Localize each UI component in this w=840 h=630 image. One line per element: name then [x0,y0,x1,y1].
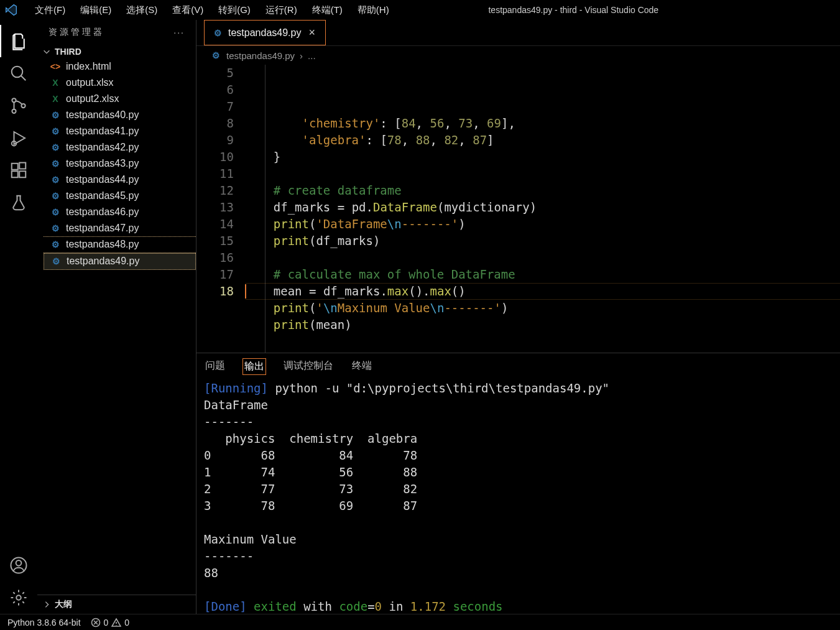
vscode-logo-icon [5,4,17,16]
svg-point-2 [12,109,16,113]
py-icon: ⚙ [50,207,61,217]
py-icon: ⚙ [50,110,61,120]
file-testpandas47.py[interactable]: ⚙testpandas47.py [44,220,196,236]
py-icon: ⚙ [50,159,61,169]
svg-rect-6 [12,171,18,177]
python-icon: ⚙ [212,28,223,38]
panel-tab-调试控制台[interactable]: 调试控制台 [282,358,335,375]
svg-point-10 [16,560,22,566]
status-error-count: 0 [104,618,109,628]
svg-point-3 [21,104,25,108]
activity-scm[interactable] [0,90,37,122]
window-title: testpandas49.py - third - Visual Studio … [399,5,835,15]
menu-终端(T)[interactable]: 终端(T) [305,3,350,16]
file-testpandas49.py[interactable]: ⚙testpandas49.py [44,252,196,270]
sidebar-title: 资源管理器 [48,27,104,38]
file-testpandas41.py[interactable]: ⚙testpandas41.py [44,123,196,139]
file-testpandas44.py[interactable]: ⚙testpandas44.py [44,172,196,188]
python-icon: ⚙ [210,50,221,60]
py-icon: ⚙ [50,223,61,233]
file-output2.xlsx[interactable]: Xoutput2.xlsx [44,91,196,107]
tab-label: testpandas49.py [228,27,301,39]
status-python[interactable]: Python 3.8.6 64-bit [7,618,81,628]
svg-point-0 [12,67,23,78]
menubar: 文件(F)编辑(E)选择(S)查看(V)转到(G)运行(R)终端(T)帮助(H)… [0,0,840,20]
file-testpandas42.py[interactable]: ⚙testpandas42.py [44,139,196,155]
file-testpandas45.py[interactable]: ⚙testpandas45.py [44,188,196,204]
py-icon: ⚙ [50,239,61,249]
xlsx-icon: X [50,94,61,104]
activity-bar [0,20,37,614]
activity-explorer[interactable] [0,25,37,57]
file-label: testpandas48.py [66,239,139,250]
svg-rect-7 [19,171,25,177]
svg-rect-8 [19,163,25,169]
file-label: testpandas45.py [66,190,139,202]
activity-search[interactable] [0,57,37,90]
file-testpandas46.py[interactable]: ⚙testpandas46.py [44,204,196,220]
file-output.xlsx[interactable]: Xoutput.xlsx [44,75,196,91]
breadcrumb[interactable]: ⚙ testpandas49.py › ... [196,46,840,65]
activity-debug[interactable] [0,122,37,154]
code-content[interactable]: 'chemistry': [84, 56, 73, 69], 'algebra'… [245,65,840,353]
file-testpandas40.py[interactable]: ⚙testpandas40.py [44,107,196,123]
output-content[interactable]: [Running] python -u "d:\pyprojects\third… [196,378,840,614]
menu-运行(R)[interactable]: 运行(R) [258,3,305,16]
breadcrumb-rest: ... [308,50,316,61]
outline-section[interactable]: 大纲 [37,595,196,614]
file-label: output2.xlsx [66,93,119,104]
file-index.html[interactable]: <>index.html [44,58,196,75]
py-icon: ⚙ [50,191,61,201]
py-icon: ⚙ [50,142,61,152]
tab-close-icon[interactable]: × [306,26,318,39]
menu-文件(F)[interactable]: 文件(F) [27,3,73,16]
sidebar-folder[interactable]: THIRD [37,45,196,58]
file-testpandas48.py[interactable]: ⚙testpandas48.py [44,236,196,252]
py-icon: ⚙ [50,175,61,185]
menu-转到(G)[interactable]: 转到(G) [211,3,258,16]
chevron-right-icon: › [300,50,303,61]
bottom-panel: 问题输出调试控制台终端 [Running] python -u "d:\pypr… [196,353,840,614]
status-warning-count: 0 [124,618,129,628]
file-label: testpandas49.py [67,256,139,267]
line-gutter: 56789101112131415161718 [196,65,245,353]
code-editor[interactable]: 56789101112131415161718 'chemistry': [84… [196,65,840,353]
file-list: <>index.htmlXoutput.xlsxXoutput2.xlsx⚙te… [37,58,196,595]
menu-编辑(E)[interactable]: 编辑(E) [73,3,119,16]
menu-查看(V)[interactable]: 查看(V) [165,3,211,16]
editor-area: ⚙ testpandas49.py × ⚙ testpandas49.py › … [196,20,840,614]
panel-tab-终端[interactable]: 终端 [351,358,373,375]
file-label: index.html [66,61,111,72]
py-icon: ⚙ [50,126,61,136]
menu-帮助(H)[interactable]: 帮助(H) [350,3,397,16]
tab-bar: ⚙ testpandas49.py × [196,20,840,46]
file-testpandas43.py[interactable]: ⚙testpandas43.py [44,155,196,172]
activity-settings[interactable] [0,581,37,614]
file-label: output.xlsx [66,77,113,88]
status-bar: Python 3.8.6 64-bit 0 0 [0,614,840,630]
menu-选择(S)[interactable]: 选择(S) [119,3,165,16]
activity-testing[interactable] [0,187,37,219]
activity-accounts[interactable] [0,549,37,581]
py-icon: ⚙ [50,256,62,266]
status-problems[interactable]: 0 0 [91,618,130,628]
panel-tabs: 问题输出调试控制台终端 [196,353,840,378]
sidebar-more-icon[interactable]: ··· [173,27,185,37]
svg-point-11 [16,595,21,600]
tab-testpandas49[interactable]: ⚙ testpandas49.py × [204,20,326,45]
svg-rect-5 [12,164,18,170]
chevron-down-icon [42,47,51,56]
panel-tab-输出[interactable]: 输出 [242,358,266,375]
warning-icon [111,618,121,628]
file-label: testpandas44.py [66,174,139,185]
file-label: testpandas40.py [66,109,139,121]
outline-label: 大纲 [55,599,72,610]
svg-point-1 [12,98,16,102]
chevron-right-icon [42,600,51,609]
breadcrumb-file: testpandas49.py [226,50,295,61]
panel-tab-问题[interactable]: 问题 [204,358,226,375]
html-icon: <> [50,62,61,72]
file-label: testpandas43.py [66,158,139,169]
activity-extensions[interactable] [0,154,37,187]
file-label: testpandas47.py [66,223,139,234]
